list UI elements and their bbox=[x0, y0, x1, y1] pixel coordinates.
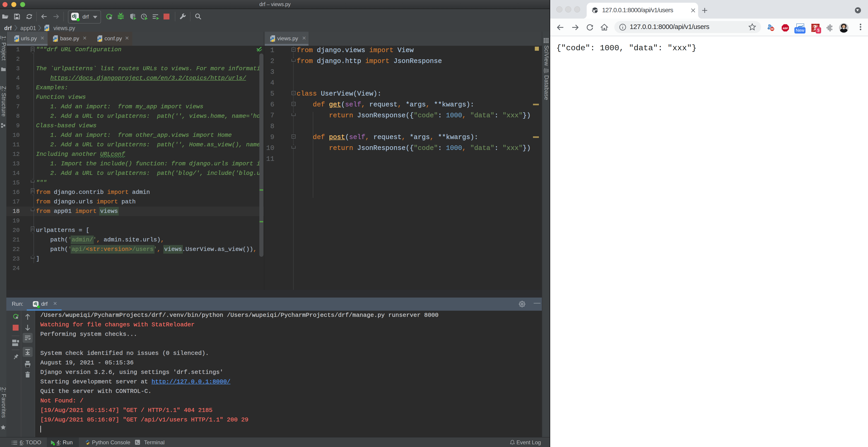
svg-text:ABP: ABP bbox=[783, 27, 788, 30]
